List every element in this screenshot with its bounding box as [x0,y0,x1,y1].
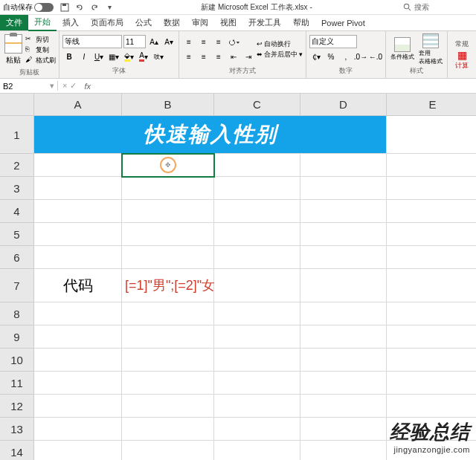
cell-a5[interactable] [34,223,122,246]
cell-a13[interactable] [34,418,122,441]
tab-powerpivot[interactable]: Power Pivot [315,16,371,30]
save-icon[interactable] [60,2,70,13]
align-top-button[interactable]: ≡ [182,35,196,48]
italic-button[interactable]: I [77,50,91,63]
qat-dropdown-icon[interactable]: ▾ [104,2,115,13]
border-button[interactable]: ▦▾ [107,50,120,63]
cell-b11[interactable] [122,372,214,395]
conditional-format-button[interactable]: 条件格式 [389,37,416,61]
decrease-font-button[interactable]: A▾ [162,35,176,48]
cell-e12[interactable] [387,395,476,418]
undo-icon[interactable] [74,2,85,13]
row-header-12[interactable]: 12 [0,395,34,418]
font-name-combo[interactable]: 等线 [62,35,122,48]
calc-button[interactable]: 常规 ▦ 计算 [451,39,473,71]
cell-b7[interactable]: [=1]"男";[=2]"女" [122,269,214,302]
cell-d2[interactable] [300,154,387,177]
tab-view[interactable]: 视图 [214,15,242,30]
copy-button[interactable]: ⎘复制 [25,45,56,55]
tab-review[interactable]: 审阅 [186,15,214,30]
row-header-5[interactable]: 5 [0,223,34,246]
name-box[interactable]: B2 ▾ [0,81,58,91]
cell-e3[interactable] [387,177,476,200]
column-header-b[interactable]: B [122,94,214,116]
cell-e1[interactable] [387,116,476,154]
cell-a4[interactable] [34,200,122,223]
cell-b6[interactable] [122,246,214,269]
row-header-13[interactable]: 13 [0,418,34,441]
percent-button[interactable]: % [324,50,338,63]
cell-e6[interactable] [387,246,476,269]
search-box[interactable]: 搜索 [399,2,473,13]
row-header-2[interactable]: 2 [0,154,34,177]
cell-c4[interactable] [214,200,300,223]
cell-b13[interactable] [122,418,214,441]
cell-c14[interactable] [214,441,300,460]
align-right-button[interactable]: ≡ [212,50,225,63]
decrease-indent-button[interactable]: ⇤ [227,50,240,63]
cell-e8[interactable] [387,302,476,325]
cell-e2[interactable] [387,154,476,177]
cell-c10[interactable] [214,349,300,372]
cell-e7[interactable] [387,269,476,302]
cell-d7[interactable] [300,269,387,302]
cell-b5[interactable] [122,223,214,246]
cell-d6[interactable] [300,246,387,269]
cell-b2[interactable] [122,154,214,177]
tab-layout[interactable]: 页面布局 [85,15,129,30]
cell-d10[interactable] [300,349,387,372]
currency-button[interactable]: ₵▾ [309,50,323,63]
cell-b8[interactable] [122,302,214,325]
tab-formulas[interactable]: 公式 [129,15,158,30]
merged-banner-cell[interactable]: 快速输入性别 [34,116,387,154]
font-color-button[interactable]: A▾ [137,50,150,63]
align-center-button[interactable]: ≡ [197,50,210,63]
cell-a9[interactable] [34,325,122,349]
align-left-button[interactable]: ≡ [182,50,196,63]
column-header-c[interactable]: C [214,94,300,116]
tab-data[interactable]: 数据 [158,15,186,30]
tab-dev[interactable]: 开发工具 [242,15,287,30]
format-painter-button[interactable]: 🖌格式刷 [25,56,56,65]
row-header-4[interactable]: 4 [0,200,34,223]
cell-c5[interactable] [214,223,300,246]
cell-b14[interactable] [122,441,214,460]
column-header-d[interactable]: D [300,94,387,116]
cut-button[interactable]: ✂剪切 [25,35,56,45]
number-format-combo[interactable]: 自定义 [309,35,357,48]
tab-file[interactable]: 文件 [0,15,28,30]
cell-a2[interactable] [34,154,122,177]
cell-d12[interactable] [300,395,387,418]
cell-b4[interactable] [122,200,214,223]
row-header-6[interactable]: 6 [0,246,34,269]
cell-e9[interactable] [387,325,476,349]
cell-a11[interactable] [34,372,122,395]
cell-b12[interactable] [122,395,214,418]
increase-font-button[interactable]: A▴ [147,35,161,48]
paste-button[interactable]: 粘贴 [3,33,24,67]
enter-icon[interactable]: ✓ [70,81,77,91]
align-bottom-button[interactable]: ≡ [212,35,225,48]
cell-a14[interactable] [34,441,122,460]
row-header-3[interactable]: 3 [0,177,34,200]
cell-c8[interactable] [214,302,300,325]
autosave-toggle[interactable]: 自动保存 [3,2,54,13]
decrease-decimal-button[interactable]: ←.0 [369,50,382,63]
cell-e5[interactable] [387,223,476,246]
cell-d8[interactable] [300,302,387,325]
cell-b10[interactable] [122,349,214,372]
cell-e4[interactable] [387,200,476,223]
wrap-text-button[interactable]: ↩自动换行 [257,39,303,49]
select-all-corner[interactable] [0,94,34,116]
row-header-7[interactable]: 7 [0,269,34,302]
increase-decimal-button[interactable]: .0→ [354,50,367,63]
cell-a6[interactable] [34,246,122,269]
cell-e11[interactable] [387,372,476,395]
tab-insert[interactable]: 插入 [57,15,85,30]
cell-a7[interactable]: 代码 [34,269,122,302]
tab-help[interactable]: 帮助 [287,15,315,30]
cell-d14[interactable] [300,441,387,460]
cell-c13[interactable] [214,418,300,441]
namebox-dropdown-icon[interactable]: ▾ [50,81,54,91]
merge-center-button[interactable]: ⬌合并后居中▾ [257,50,303,59]
